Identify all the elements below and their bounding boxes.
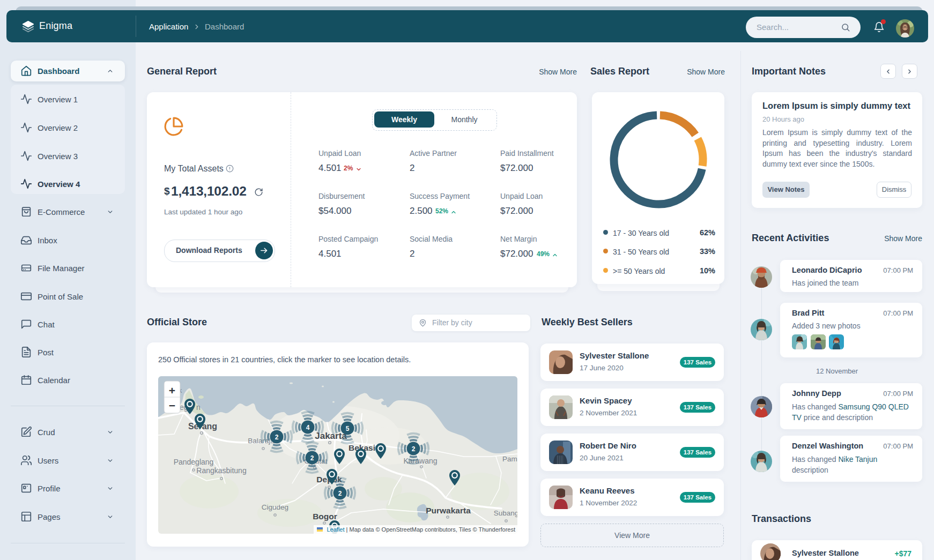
svg-text:2: 2: [310, 454, 314, 462]
svg-text:Cigudeg: Cigudeg: [262, 503, 288, 511]
svg-text:Subang: Subang: [494, 509, 517, 517]
svg-text:2: 2: [338, 490, 342, 497]
svg-text:−: −: [169, 399, 175, 412]
svg-text:4: 4: [306, 424, 310, 431]
svg-text:Pandeglang: Pandeglang: [174, 458, 214, 466]
svg-text:Rangkasbitung: Rangkasbitung: [196, 466, 246, 475]
svg-text:Pama: Pama: [502, 455, 517, 463]
svg-text:+: +: [169, 384, 175, 397]
svg-text:2: 2: [275, 434, 279, 441]
svg-text:Bogor: Bogor: [313, 512, 337, 521]
svg-text:5: 5: [346, 425, 350, 432]
svg-text:Leaflet | Map data © OpenStree: Leaflet | Map data © OpenStreetMap contr…: [327, 526, 516, 533]
svg-text:n: n: [196, 403, 201, 412]
svg-text:Purwakarta: Purwakarta: [426, 506, 471, 515]
svg-text:2: 2: [412, 445, 416, 453]
